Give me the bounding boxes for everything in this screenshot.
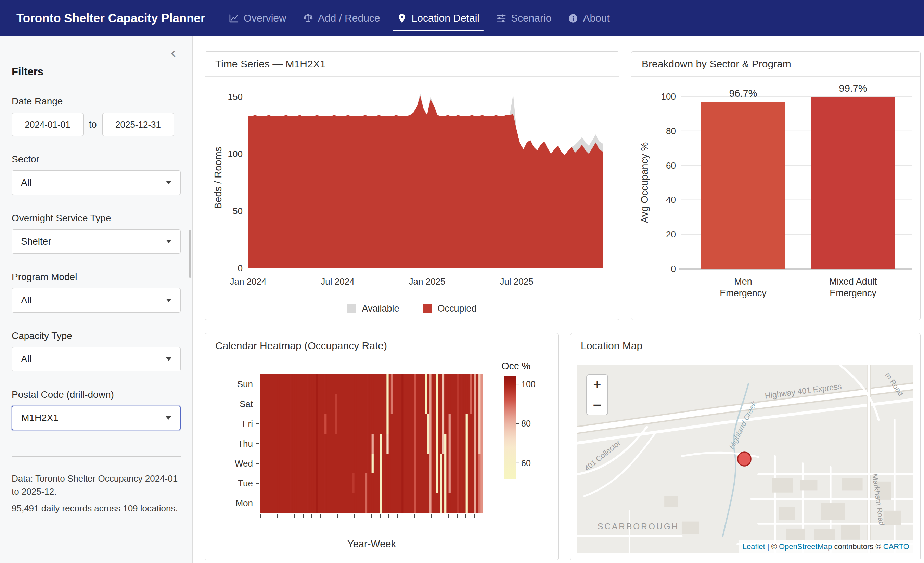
heatmap-card: Calendar Heatmap (Occupancy Rate) SunSat…: [205, 333, 558, 560]
leaflet-link[interactable]: Leaflet: [742, 542, 765, 551]
svg-text:100: 100: [521, 379, 536, 389]
osm-link[interactable]: OpenStreetMap: [779, 542, 832, 551]
attribution-text: contributors ©: [832, 542, 883, 551]
service-type-select[interactable]: Shelter: [12, 229, 181, 254]
breakdown-chart[interactable]: 020406080100Avg Occupancy %96.7%MenEmerg…: [636, 79, 915, 308]
location-map[interactable]: Highway 401 Express401 CollectorHighland…: [578, 365, 914, 553]
svg-text:50: 50: [233, 206, 243, 216]
svg-text:Mon: Mon: [236, 498, 253, 508]
svg-text:20: 20: [666, 229, 676, 240]
filters-heading: Filters: [12, 66, 181, 78]
sector-label: Sector: [12, 154, 181, 165]
carto-link[interactable]: CARTO: [883, 542, 909, 551]
svg-text:Year-Week: Year-Week: [347, 538, 396, 549]
chevron-down-icon: [166, 299, 171, 302]
svg-text:60: 60: [666, 160, 676, 171]
sidebar-scrollbar[interactable]: [189, 230, 191, 278]
legend-item-occupied[interactable]: Occupied: [423, 303, 477, 314]
scale-icon: [303, 13, 314, 24]
svg-text:Emergency: Emergency: [720, 288, 766, 298]
timeseries-card-title: Time Series — M1H2X1: [205, 52, 619, 76]
date-start-input[interactable]: [12, 113, 84, 136]
postal-code-label: Postal Code (drill-down): [12, 389, 181, 400]
map-zoom-control: + −: [586, 374, 608, 415]
chevron-down-icon: [166, 240, 171, 243]
svg-text:Wed: Wed: [235, 458, 253, 469]
breakdown-card-title: Breakdown by Sector & Program: [632, 52, 920, 76]
legend-label: Occupied: [438, 303, 477, 314]
map-attribution: Leaflet | © OpenStreetMap contributors ©…: [738, 541, 914, 553]
timeseries-legend: Available Occupied: [210, 297, 614, 320]
map-tiles: Highway 401 Express401 CollectorHighland…: [578, 365, 914, 553]
svg-text:Thu: Thu: [237, 439, 253, 449]
nav-item-scenario[interactable]: Scenario: [488, 0, 560, 36]
program-model-label: Program Model: [12, 272, 181, 283]
nav-menu: Overview Add / Reduce Location Detail: [220, 0, 618, 36]
timeseries-card: Time Series — M1H2X1 050100150Beds / Roo…: [205, 51, 620, 320]
sliders-icon: [496, 13, 507, 24]
top-row: Time Series — M1H2X1 050100150Beds / Roo…: [205, 51, 921, 320]
svg-text:100: 100: [228, 149, 243, 159]
svg-text:Sat: Sat: [240, 399, 253, 409]
zoom-in-button[interactable]: +: [587, 375, 608, 395]
date-end-input[interactable]: [102, 113, 174, 136]
line-chart-icon: [229, 13, 239, 24]
nav-item-location-detail[interactable]: Location Detail: [388, 0, 488, 36]
nav-item-about[interactable]: About: [560, 0, 618, 36]
timeseries-chart[interactable]: 050100150Beds / RoomsJan 2024Jul 2024Jan…: [210, 79, 614, 297]
svg-text:Tue: Tue: [238, 478, 253, 488]
svg-text:96.7%: 96.7%: [729, 88, 757, 99]
select-value: M1H2X1: [21, 412, 58, 424]
info-icon: [568, 13, 578, 24]
chevron-down-icon: [166, 358, 171, 361]
data-source-note: Data: Toronto Shelter Occupancy 2024-01 …: [12, 472, 181, 498]
nav-item-label: Location Detail: [412, 12, 480, 24]
sidebar-divider: [12, 456, 181, 457]
app-title: Toronto Shelter Capacity Planner: [16, 11, 206, 25]
nav-item-overview[interactable]: Overview: [220, 0, 295, 36]
svg-text:Jan 2025: Jan 2025: [409, 276, 446, 287]
nav-item-add-reduce[interactable]: Add / Reduce: [295, 0, 388, 36]
postal-code-select[interactable]: M1H2X1: [12, 406, 181, 430]
svg-text:Occ %: Occ %: [501, 361, 531, 371]
select-value: Shelter: [21, 236, 51, 247]
svg-text:60: 60: [521, 458, 531, 468]
date-range-separator: to: [88, 119, 98, 130]
breakdown-card: Breakdown by Sector & Program 0204060801…: [631, 51, 921, 320]
svg-text:40: 40: [666, 195, 676, 205]
navbar: Toronto Shelter Capacity Planner Overvie…: [0, 0, 924, 36]
svg-text:Avg Occupancy %: Avg Occupancy %: [639, 142, 650, 223]
capacity-type-select[interactable]: All: [12, 347, 181, 371]
svg-text:80: 80: [521, 419, 531, 428]
svg-text:Mixed Adult: Mixed Adult: [829, 276, 877, 287]
select-value: All: [21, 295, 32, 306]
svg-text:0: 0: [238, 263, 243, 273]
map-card-title: Location Map: [570, 334, 920, 358]
svg-text:100: 100: [661, 91, 676, 102]
heatmap-chart[interactable]: SunSatFriThuWedTueMonYear-WeekOcc %10080…: [210, 361, 554, 553]
zoom-out-button[interactable]: −: [587, 395, 608, 415]
nav-item-label: About: [583, 12, 609, 24]
chevron-down-icon: [166, 416, 171, 420]
svg-text:150: 150: [228, 92, 243, 102]
legend-swatch-occupied: [423, 304, 432, 313]
heatmap-card-title: Calendar Heatmap (Occupancy Rate): [205, 334, 558, 358]
svg-text:Men: Men: [734, 276, 752, 287]
program-model-select[interactable]: All: [12, 288, 181, 313]
select-value: All: [21, 177, 32, 188]
main-content: Time Series — M1H2X1 050100150Beds / Roo…: [193, 36, 924, 563]
filters-sidebar: ‹ Filters Date Range to Sector All Overn…: [0, 36, 193, 563]
legend-item-available[interactable]: Available: [347, 303, 399, 314]
nav-item-label: Add / Reduce: [318, 12, 380, 24]
sidebar-collapse-button[interactable]: ‹: [12, 42, 181, 63]
date-range-label: Date Range: [12, 96, 181, 107]
svg-text:Jan 2024: Jan 2024: [230, 276, 267, 287]
record-count-note: 95,491 daily records across 109 location…: [12, 502, 181, 515]
location-marker: [738, 452, 751, 466]
nav-item-label: Scenario: [511, 12, 551, 24]
map-card: Location Map Highway 401 Express401 Coll…: [570, 333, 921, 560]
svg-text:Jul 2024: Jul 2024: [321, 276, 354, 287]
svg-text:SCARBOROUGH: SCARBOROUGH: [597, 522, 679, 532]
svg-text:0: 0: [671, 264, 676, 274]
sector-select[interactable]: All: [12, 170, 181, 195]
